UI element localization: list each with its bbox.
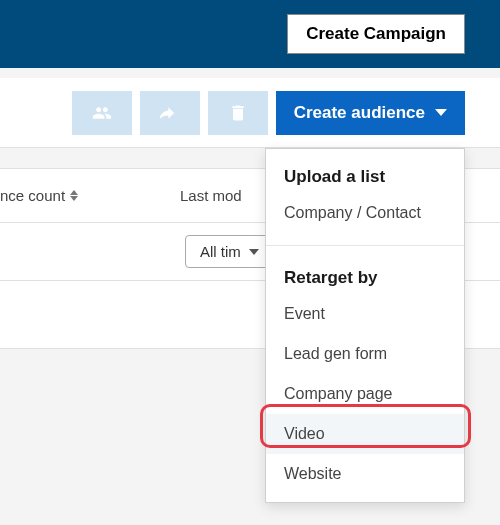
- create-audience-button[interactable]: Create audience: [276, 91, 465, 135]
- dropdown-item-event[interactable]: Event: [266, 294, 464, 334]
- dropdown-item-company-contact[interactable]: Company / Contact: [266, 193, 464, 233]
- chevron-down-icon: [249, 249, 259, 255]
- column-count-label: nce count: [0, 187, 65, 204]
- dropdown-item-video[interactable]: Video: [266, 414, 464, 454]
- column-last-modified[interactable]: Last mod: [150, 187, 242, 204]
- trash-icon: [228, 103, 248, 123]
- top-banner: Create Campaign: [0, 0, 500, 68]
- all-time-select[interactable]: All tim: [185, 235, 274, 268]
- toolbar: Create audience: [0, 78, 500, 148]
- dropdown-item-lead-gen-form[interactable]: Lead gen form: [266, 334, 464, 374]
- create-audience-dropdown: Upload a list Company / Contact Retarget…: [265, 148, 465, 503]
- dropdown-item-website[interactable]: Website: [266, 454, 464, 494]
- chevron-down-icon: [435, 109, 447, 116]
- dropdown-divider: [266, 245, 464, 246]
- column-audience-count[interactable]: nce count: [0, 187, 150, 204]
- create-campaign-button[interactable]: Create Campaign: [287, 14, 465, 54]
- create-audience-label: Create audience: [294, 103, 425, 123]
- group-icon: [92, 103, 112, 123]
- share-icon-button[interactable]: [140, 91, 200, 135]
- dropdown-item-company-page[interactable]: Company page: [266, 374, 464, 414]
- dropdown-section-upload: Upload a list Company / Contact: [266, 149, 464, 241]
- delete-icon-button[interactable]: [208, 91, 268, 135]
- all-time-label: All tim: [200, 243, 241, 260]
- sort-icon: [70, 190, 78, 201]
- group-icon-button[interactable]: [72, 91, 132, 135]
- dropdown-section-retarget: Retarget by Event Lead gen form Company …: [266, 250, 464, 502]
- column-modified-label: Last mod: [180, 187, 242, 204]
- share-icon: [160, 103, 180, 123]
- dropdown-heading-upload: Upload a list: [266, 163, 464, 193]
- dropdown-heading-retarget: Retarget by: [266, 264, 464, 294]
